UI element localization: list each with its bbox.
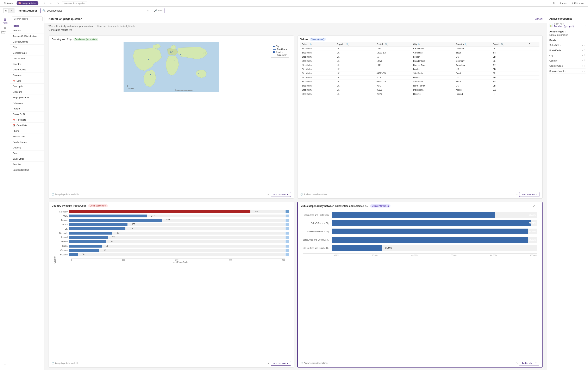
field-list-item[interactable]: SalesOffice: [10, 156, 44, 162]
chart2-add-to-sheet-btn[interactable]: Add to sheet ▾: [519, 192, 539, 197]
field-list-item[interactable]: Phone: [10, 128, 44, 134]
assets-nav-item[interactable]: ⊞ Assets: [2, 1, 15, 5]
mic-icon[interactable]: 🎤: [154, 9, 157, 12]
field-list-item[interactable]: PostalCode: [10, 134, 44, 139]
list-toggle-btn[interactable]: ≡: [9, 9, 14, 13]
map-wrapper: 5000 km © OpenStreetMap contributors Cit…: [52, 42, 291, 92]
col-city[interactable]: City 🔍: [411, 42, 454, 47]
mutual-pct-postalcode: 79.50%: [529, 214, 536, 216]
drag-handle-icon-4[interactable]: ⠿: [584, 59, 586, 62]
search-arrow-icon[interactable]: →: [150, 9, 153, 12]
share-icon-3[interactable]: ⤡: [267, 362, 269, 365]
edit-sheet-label: Edit sheet: [574, 2, 584, 5]
share-icon[interactable]: ⤡: [267, 193, 269, 196]
drag-handle-icon-3[interactable]: ⠿: [584, 54, 586, 57]
right-field-countrycode[interactable]: CountryCode › ⠿: [549, 63, 586, 69]
grid-view-icon[interactable]: ⊞: [551, 1, 556, 5]
chevron-right-icon[interactable]: ›: [585, 24, 586, 27]
field-list-item[interactable]: ContactName: [10, 50, 44, 56]
right-field-city[interactable]: City › ⠿: [549, 53, 586, 58]
field-list-item[interactable]: Address: [10, 28, 44, 33]
field-list-item[interactable]: Extension: [10, 100, 44, 106]
nlq-warning-row: We could not fully understand your quest…: [44, 23, 547, 28]
col-postal[interactable]: Postal... 🔍: [375, 42, 412, 47]
field-list-item[interactable]: City: [10, 45, 44, 50]
legend-area-label: Area layer: [277, 54, 287, 56]
col-supplier[interactable]: Supplie... 🔍: [335, 42, 375, 47]
bar-track-france: 172: [69, 219, 285, 222]
chart-country-postalcode: Country by count PostalCode Count based …: [49, 202, 294, 368]
svg-point-3: [171, 52, 172, 53]
right-field-suppliercountry[interactable]: SupplierCountry › ⠿: [549, 69, 586, 74]
right-field-salesoffice[interactable]: SalesOffice › ⠿: [549, 43, 586, 48]
bar-value-spain: 61: [106, 245, 108, 247]
sidebar-master-items[interactable]: ◈ Master items: [1, 26, 9, 34]
drag-handle-icon[interactable]: ⠿: [584, 44, 586, 47]
bar-label-france: France: [57, 219, 69, 221]
field-list-item[interactable]: Customer: [10, 72, 44, 78]
field-list-item[interactable]: AverageCallSatisfaction: [10, 33, 44, 39]
arrow-back-item[interactable]: ◁: [49, 1, 54, 5]
chart-type-value[interactable]: Bar chart (grouped): [554, 25, 574, 28]
share-icon-2[interactable]: ⤡: [516, 193, 518, 196]
drag-handle-icon-6[interactable]: ⠿: [584, 70, 586, 72]
svg-point-4: [148, 59, 149, 60]
bar-fill-usa: [69, 215, 147, 217]
arrow-forward-item[interactable]: ▷: [55, 1, 60, 5]
sheets-nav-item[interactable]: Sheets: [558, 1, 568, 5]
chart3-analysis-periods: 🕐 Analysis periods available: [52, 362, 79, 364]
drag-handle-icon-2[interactable]: ⠿: [584, 49, 586, 52]
chart1-add-to-sheet-btn[interactable]: Add to sheet ▾: [271, 192, 291, 197]
share-icon-4[interactable]: ⤡: [516, 362, 518, 365]
more-options-icon[interactable]: ⋯: [536, 205, 539, 207]
field-list-item[interactable]: 📅Date: [10, 78, 44, 84]
mutual-label-postalcode: SalesOffice and PostalCode: [303, 214, 332, 216]
field-list-item[interactable]: SupplierContact: [10, 167, 44, 173]
field-list-item[interactable]: Discount: [10, 89, 44, 95]
right-field-country[interactable]: Country › ⠿: [549, 58, 586, 63]
brain-icon: 🧠: [18, 2, 21, 5]
cancel-button[interactable]: Cancel: [535, 18, 543, 21]
table-row: StockholmUKW1SLondonUKGB: [300, 76, 540, 80]
search-input[interactable]: [47, 9, 146, 12]
col-countrycode[interactable]: Count... 🔍: [491, 42, 527, 47]
field-list-item[interactable]: Quantity: [10, 145, 44, 151]
field-list-item[interactable]: EmployeeName: [10, 95, 44, 100]
field-list-item[interactable]: ProductName: [10, 139, 44, 145]
field-list-item[interactable]: Freight: [10, 106, 44, 112]
field-list-item[interactable]: Sales: [10, 151, 44, 156]
col-c[interactable]: C: [527, 42, 539, 47]
field-list-item[interactable]: Country: [10, 61, 44, 67]
fields-search-input[interactable]: [12, 17, 42, 21]
mutual-track-supplierc: 24.44%: [332, 245, 537, 251]
insight-advisor-nav-item[interactable]: 🧠 Insight Advisor: [17, 1, 38, 5]
edit-sheet-nav-item[interactable]: ✎ Edit sheet: [570, 1, 586, 5]
lang-selector[interactable]: en ▾: [158, 9, 163, 12]
grid-toggle-btn[interactable]: ⊞: [3, 9, 9, 13]
field-list-item[interactable]: CountryCode: [10, 67, 44, 72]
col-sales[interactable]: Sales... 🔍: [300, 42, 335, 47]
explore-icon-item[interactable]: ⤢: [42, 1, 47, 5]
table-row: StockholmUK14776BrandenburgGermanyDE: [300, 59, 540, 63]
right-field-postalcode[interactable]: PostalCode › ⠿: [549, 48, 586, 53]
help-icon[interactable]: ?: [565, 30, 566, 33]
sidebar-fields-item[interactable]: ⊞ Fields: [1, 17, 9, 25]
field-list-item[interactable]: 📅OrderDate: [10, 123, 44, 128]
bar-row-germany: Germany 338: [57, 210, 289, 213]
field-list-item[interactable]: Gross Profit: [10, 112, 44, 117]
field-list-item[interactable]: 📅Hire Date: [10, 117, 44, 123]
table-container[interactable]: Sales... 🔍 Supplie... 🔍 Postal... 🔍 City…: [300, 42, 540, 96]
chart2-header: Values Values (table): [297, 36, 543, 42]
field-icons-country: › ⠿: [582, 59, 586, 62]
clear-search-icon[interactable]: ✕: [147, 9, 149, 12]
field-list-item[interactable]: Supplier: [10, 162, 44, 167]
expand-icon[interactable]: ⤢: [533, 205, 535, 207]
col-country[interactable]: Country 🔍: [454, 42, 491, 47]
field-list-item[interactable]: Cost of Sale: [10, 56, 44, 61]
drag-handle-icon-5[interactable]: ⠿: [584, 64, 586, 67]
chart4-add-to-sheet-btn[interactable]: Add to sheet ▾: [519, 361, 539, 365]
chart3-add-to-sheet-btn[interactable]: Add to sheet ▾: [271, 361, 291, 366]
field-list-item[interactable]: Description: [10, 84, 44, 89]
field-list-item[interactable]: CategoryName: [10, 39, 44, 45]
collapse-sidebar-btn[interactable]: ←: [1, 360, 9, 368]
